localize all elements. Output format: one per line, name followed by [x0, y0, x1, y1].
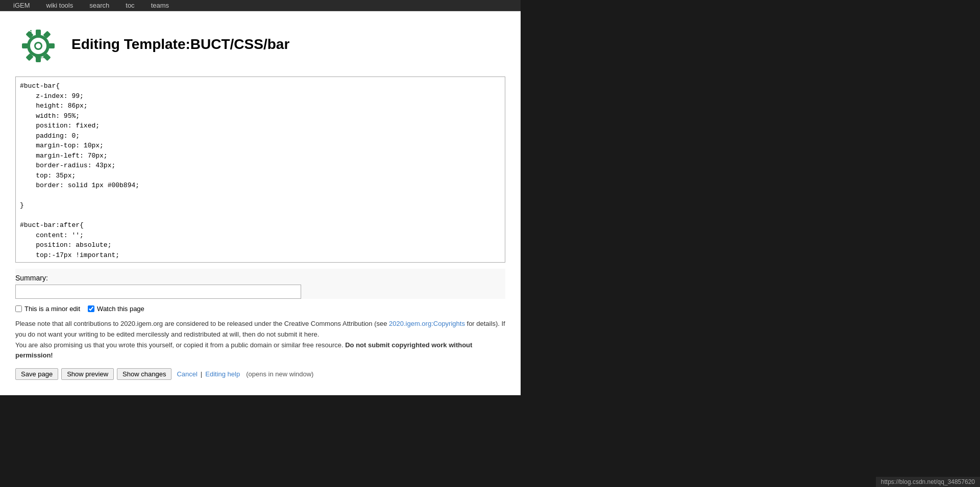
nav-teams[interactable]: teams: [143, 1, 177, 10]
summary-input[interactable]: [15, 285, 301, 299]
summary-section: Summary:: [15, 269, 505, 299]
svg-text:i: i: [30, 29, 32, 39]
svg-text:GEM: GEM: [35, 53, 47, 59]
save-page-button[interactable]: Save page: [15, 368, 58, 380]
editor-container: [15, 76, 505, 263]
action-buttons: Save page Show preview Show changes Canc…: [15, 368, 505, 380]
show-changes-button[interactable]: Show changes: [117, 368, 172, 380]
minor-edit-checkbox[interactable]: [15, 305, 22, 312]
notice-text-1: Please note that all contributions to 20…: [15, 320, 389, 327]
cancel-link[interactable]: Cancel: [177, 370, 197, 378]
nav-igem[interactable]: iGEM: [5, 1, 38, 10]
svg-point-11: [36, 43, 41, 48]
igem-logo: i GEM: [15, 21, 61, 67]
notice-text: Please note that all contributions to 20…: [15, 319, 505, 361]
show-preview-button[interactable]: Show preview: [61, 368, 114, 380]
svg-rect-4: [22, 43, 28, 48]
pipe-separator: |: [201, 370, 202, 378]
page-title: Editing Template:BUCT/CSS/bar: [71, 36, 289, 53]
nav-wiki-tools[interactable]: wiki tools: [38, 1, 82, 10]
watch-page-label[interactable]: Watch this page: [88, 305, 144, 313]
notice-text-3: You are also promising us that you wrote…: [15, 341, 345, 349]
code-editor[interactable]: [16, 77, 505, 261]
svg-rect-3: [48, 43, 55, 48]
watch-page-checkbox[interactable]: [88, 305, 94, 312]
editing-help-link[interactable]: Editing help: [205, 370, 240, 378]
watch-page-text: Watch this page: [97, 305, 144, 313]
minor-edit-label[interactable]: This is a minor edit: [15, 305, 80, 313]
minor-edit-text: This is a minor edit: [24, 305, 80, 313]
copyrights-link[interactable]: 2020.igem.org:Copyrights: [389, 320, 465, 327]
main-content: i GEM Editing Template:BUCT/CSS/bar Summ…: [0, 11, 521, 395]
nav-toc[interactable]: toc: [117, 1, 142, 10]
page-header: i GEM Editing Template:BUCT/CSS/bar: [15, 21, 505, 67]
nav-search[interactable]: search: [81, 1, 117, 10]
checkboxes-row: This is a minor edit Watch this page: [15, 305, 505, 313]
right-panel: [521, 0, 980, 395]
summary-label: Summary:: [15, 274, 505, 282]
opens-new-window-text: (opens in new window): [246, 370, 313, 378]
svg-rect-1: [36, 30, 41, 36]
